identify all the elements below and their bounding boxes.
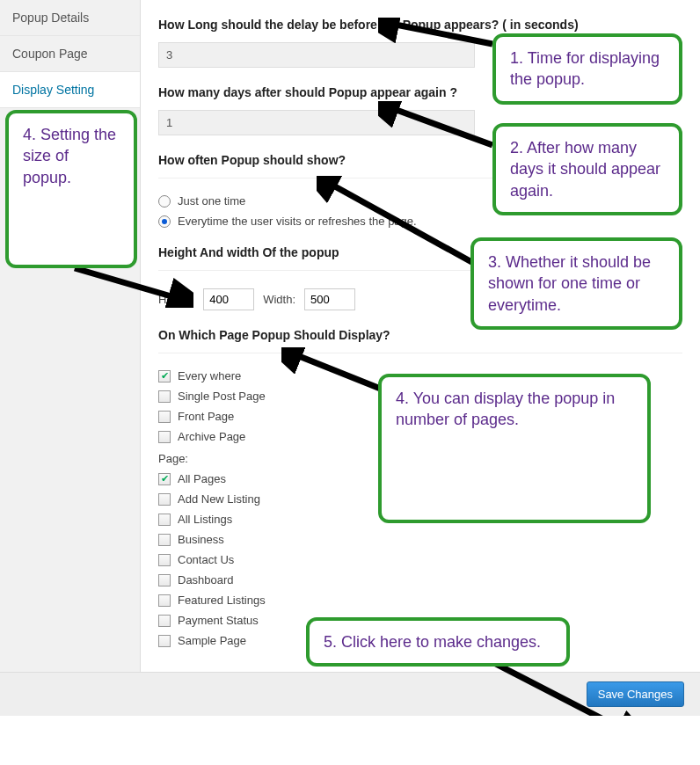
checkbox-icon	[158, 615, 171, 627]
check-label: Contact Us	[178, 553, 234, 566]
check-label: Front Page	[178, 410, 234, 423]
pages-title: On Which Page Popup Should Display?	[158, 328, 682, 342]
checkbox-icon	[158, 534, 171, 546]
width-input[interactable]	[304, 288, 355, 310]
checkbox-icon	[158, 514, 171, 526]
days-input[interactable]	[158, 110, 475, 135]
check-featured-listings[interactable]: Featured Listings	[158, 594, 682, 607]
width-label: Width:	[263, 293, 295, 306]
callout-1: 1. Time for displaying the popup.	[492, 33, 682, 105]
check-label: All Listings	[178, 513, 232, 526]
checkbox-icon	[158, 493, 171, 506]
check-label: Business	[178, 533, 224, 546]
checkbox-icon	[158, 431, 171, 443]
checkbox-icon	[158, 594, 171, 607]
checkbox-icon	[158, 390, 171, 403]
sidebar-item-popup-details[interactable]: Popup Details	[0, 0, 140, 36]
delay-input[interactable]	[158, 42, 475, 68]
check-label: Archive Page	[178, 430, 245, 443]
check-label: Featured Listings	[178, 594, 266, 607]
height-label: Height:	[158, 293, 194, 306]
callout-3: 3. Whether it should be shown for one ti…	[470, 237, 682, 330]
check-dashboard[interactable]: Dashboard	[158, 573, 682, 586]
check-label: Sample Page	[178, 634, 246, 647]
radio-everytime[interactable]: Everytime the user visits or refreshes t…	[158, 215, 682, 228]
radio-icon	[158, 215, 171, 228]
sidebar-item-coupon-page[interactable]: Coupon Page	[0, 36, 140, 72]
callout-2: 2. After how many days it should appear …	[492, 123, 682, 215]
checkbox-icon	[158, 554, 171, 566]
check-label: Payment Status	[178, 614, 259, 627]
checkbox-icon	[158, 574, 171, 586]
checkbox-icon: ✔	[158, 370, 171, 382]
check-contact-us[interactable]: Contact Us	[158, 553, 682, 566]
callout-5: 5. Click here to make changes.	[306, 617, 570, 667]
callout-4: 4. You can display the popup in number o…	[378, 374, 651, 523]
checkbox-icon	[158, 635, 171, 647]
save-changes-button[interactable]: Save Changes	[587, 681, 684, 707]
height-input[interactable]	[203, 288, 254, 310]
checkbox-icon	[158, 411, 171, 423]
checkbox-icon: ✔	[158, 473, 171, 485]
radio-label: Just one time	[178, 194, 245, 208]
sidebar-item-display-setting[interactable]: Display Setting	[0, 72, 140, 108]
check-label: All Pages	[178, 472, 226, 485]
callout-4-left: 4. Setting the size of popup.	[5, 110, 137, 268]
check-business[interactable]: Business	[158, 533, 682, 546]
check-label: Dashboard	[178, 573, 234, 586]
footer-bar: Save Changes	[0, 672, 700, 716]
check-label: Every where	[178, 369, 241, 382]
check-label: Add New Listing	[178, 492, 260, 506]
radio-icon	[158, 195, 171, 208]
delay-title: How Long should the delay be before the …	[158, 18, 682, 32]
sidebar: Popup Details Coupon Page Display Settin…	[0, 0, 141, 672]
check-label: Single Post Page	[178, 390, 266, 403]
radio-label: Everytime the user visits or refreshes t…	[178, 215, 417, 228]
